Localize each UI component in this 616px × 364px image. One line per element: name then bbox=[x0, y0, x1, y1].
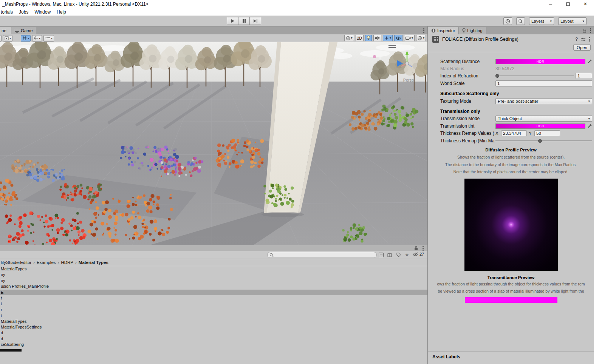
minimize-button[interactable]: – bbox=[542, 0, 559, 8]
menu-item-jobs[interactable]: Jobs bbox=[16, 9, 31, 15]
scene-lighting-toggle[interactable] bbox=[365, 35, 372, 41]
list-item[interactable]: d bbox=[0, 336, 427, 342]
transmission-mode-value: Thick Object bbox=[498, 116, 522, 121]
effects-dropdown[interactable]: ▾ bbox=[383, 35, 393, 41]
layers-label: Layers bbox=[531, 19, 545, 23]
kebab-menu-icon[interactable] bbox=[423, 28, 425, 34]
transmission-mode-dropdown[interactable]: Thick Object ▾ bbox=[495, 116, 592, 122]
pause-button[interactable] bbox=[238, 17, 250, 25]
chevron-down-icon: ▾ bbox=[51, 37, 53, 40]
layers-dropdown[interactable]: Layers ▾ bbox=[529, 17, 554, 25]
section-subsurface-scattering: Subsurface Scattering only bbox=[428, 90, 594, 97]
scattering-distance-color-swatch[interactable]: HDR bbox=[495, 59, 585, 64]
field-label: Thickness Remap (Min-Ma bbox=[440, 138, 495, 143]
thickness-x-field[interactable]: 23.34784 bbox=[501, 130, 527, 136]
list-item[interactable]: MaterialTypes bbox=[0, 266, 427, 272]
play-button[interactable] bbox=[227, 17, 238, 25]
menu-item-help[interactable]: Help bbox=[54, 9, 69, 15]
eyedropper-icon[interactable] bbox=[587, 59, 592, 64]
eye-slash-icon bbox=[413, 252, 418, 256]
scene-toolbar: ▾ ▾ ▾ ▾ ▾ bbox=[0, 34, 427, 42]
main-toolbar: Layers ▾ Layout ▾ bbox=[0, 16, 594, 26]
field-scattering-distance: Scattering Distance HDR bbox=[428, 58, 594, 65]
list-item[interactable]: usion Profiles_MainProfile bbox=[0, 284, 427, 289]
menu-item-window[interactable]: Window bbox=[31, 9, 54, 15]
tab-scene[interactable]: ne bbox=[0, 27, 11, 34]
move-snap-dropdown[interactable]: ▾ bbox=[32, 35, 42, 42]
lock-icon[interactable] bbox=[583, 28, 586, 33]
eyedropper-icon[interactable] bbox=[587, 123, 592, 128]
tab-game[interactable]: Game bbox=[11, 27, 36, 34]
audio-toggle[interactable] bbox=[373, 35, 381, 41]
thickness-minmax-slider[interactable] bbox=[495, 138, 592, 144]
layout-label: Layout bbox=[560, 19, 574, 23]
field-transmission-tint: Transmission tint HDR bbox=[428, 122, 594, 130]
lock-icon[interactable] bbox=[414, 246, 418, 251]
search-everywhere-button[interactable] bbox=[516, 17, 525, 25]
list-item[interactable]: MaterialTypes bbox=[0, 319, 427, 324]
tab-lighting[interactable]: Lighting bbox=[459, 27, 486, 34]
menu-item-tutorials[interactable]: torials bbox=[0, 9, 16, 15]
list-item[interactable]: oy bbox=[0, 278, 427, 284]
tool-partial-dropdown[interactable]: ▾ bbox=[0, 35, 2, 42]
list-item-selected[interactable]: E bbox=[0, 290, 427, 295]
list-item[interactable]: r bbox=[0, 313, 427, 318]
kebab-menu-icon[interactable] bbox=[589, 28, 592, 34]
list-item[interactable]: MaterialTypesSettings bbox=[0, 324, 427, 330]
breadcrumb-item-current[interactable]: Material Types bbox=[79, 260, 108, 265]
effects-star-icon bbox=[384, 36, 389, 40]
project-search-input[interactable] bbox=[267, 252, 377, 258]
2d-label: 2D bbox=[357, 36, 362, 40]
asset-labels-section[interactable]: Asset Labels bbox=[428, 352, 594, 364]
undo-history-button[interactable] bbox=[503, 17, 512, 25]
favorites-filter-button[interactable]: ★ bbox=[404, 252, 410, 258]
breadcrumb-item[interactable]: Examples bbox=[37, 260, 56, 265]
ior-value-field[interactable]: 1 bbox=[576, 73, 592, 79]
label-filter-button[interactable] bbox=[395, 252, 402, 258]
component-tools-dropdown[interactable]: ▾ bbox=[416, 35, 426, 41]
play-icon bbox=[231, 19, 235, 23]
star-icon: ★ bbox=[405, 252, 409, 258]
list-item[interactable]: t bbox=[0, 295, 427, 301]
close-button[interactable]: × bbox=[577, 0, 594, 8]
ior-slider[interactable] bbox=[495, 73, 574, 79]
package-filter-button[interactable] bbox=[386, 252, 393, 258]
search-options-button[interactable] bbox=[378, 252, 384, 258]
list-item[interactable]: t bbox=[0, 301, 427, 307]
snap-increment-dropdown[interactable]: ▾ bbox=[43, 35, 54, 42]
breadcrumb-separator: › bbox=[58, 260, 59, 265]
tool-pivot-dropdown[interactable]: ▾ bbox=[3, 35, 12, 42]
2d-toggle[interactable]: 2D bbox=[356, 35, 364, 41]
kebab-menu-icon[interactable] bbox=[588, 36, 591, 42]
help-icon[interactable]: ? bbox=[575, 37, 578, 42]
transmission-tint-color-swatch[interactable]: HDR bbox=[495, 123, 585, 129]
breadcrumb-item[interactable]: HDRP bbox=[61, 260, 73, 265]
texturing-mode-dropdown[interactable]: Pre- and post-scatter ▾ bbox=[495, 98, 592, 104]
gizmo-persp-label[interactable]: Persp bbox=[403, 78, 414, 82]
diffusion-preview-title: Diffusion Profile Preview bbox=[428, 148, 594, 152]
scene-visibility-toggle[interactable] bbox=[394, 35, 402, 41]
camera-settings-dropdown[interactable]: ▾ bbox=[404, 35, 415, 41]
y-axis-label: Y bbox=[529, 131, 532, 136]
scene-viewport[interactable]: Persp bbox=[0, 42, 427, 245]
step-button[interactable] bbox=[249, 17, 261, 25]
breadcrumb-item[interactable]: lifyShaderEditor bbox=[1, 260, 31, 265]
left-column: ne Game ▾ ▾ ▾ bbox=[0, 26, 427, 364]
hidden-items-toggle[interactable]: 27 bbox=[413, 252, 424, 256]
thickness-y-field[interactable]: 50 bbox=[534, 130, 560, 136]
lighting-tab-label: Lighting bbox=[467, 28, 482, 33]
list-item[interactable]: r bbox=[0, 307, 427, 313]
list-item[interactable]: ceScattering bbox=[0, 342, 427, 347]
maximize-button[interactable] bbox=[559, 0, 577, 8]
grid-snapping-toggle[interactable]: ▾ bbox=[21, 35, 31, 42]
transmittance-preview-bar bbox=[465, 297, 557, 303]
open-button[interactable]: Open bbox=[573, 44, 591, 51]
list-item[interactable]: oy bbox=[0, 272, 427, 278]
tab-inspector[interactable]: Inspector bbox=[428, 27, 459, 34]
kebab-menu-icon[interactable] bbox=[422, 245, 424, 251]
world-scale-field[interactable]: 1 bbox=[495, 80, 592, 86]
list-item[interactable]: d bbox=[0, 330, 427, 336]
shading-mode-dropdown[interactable]: ▾ bbox=[344, 35, 354, 41]
layout-dropdown[interactable]: Layout ▾ bbox=[558, 17, 587, 25]
presets-icon[interactable] bbox=[580, 37, 586, 42]
